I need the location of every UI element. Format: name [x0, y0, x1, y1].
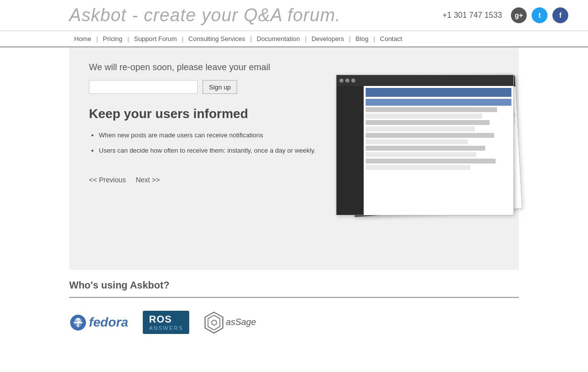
nav-home[interactable]: Home — [69, 35, 96, 42]
logo: Askbot - create your Q&A forum. — [69, 5, 341, 26]
fedora-text: fedora — [89, 315, 128, 330]
svg-text:⬡: ⬡ — [211, 319, 217, 327]
nav-consulting[interactable]: Consulting Services — [183, 35, 250, 42]
next-link[interactable]: Next >> — [136, 176, 160, 184]
ros-answers-text: ANSWERS — [149, 325, 183, 331]
logos-row: fedora ROS ANSWERS ⬡ asSage — [69, 306, 519, 339]
google-icon[interactable]: g+ — [511, 7, 527, 23]
nav-support[interactable]: Support Forum — [129, 35, 182, 42]
header: Askbot - create your Q&A forum. +1 301 7… — [0, 0, 588, 31]
nav-contact[interactable]: Contact — [375, 35, 407, 42]
phone-number: +1 301 747 1533 — [442, 11, 502, 20]
screenshot-stack — [336, 75, 524, 238]
nav-developers[interactable]: Developers — [306, 35, 349, 42]
assage-hex-icon: ⬡ — [204, 311, 224, 334]
assage-text: asSage — [226, 317, 256, 328]
ros-logo: ROS ANSWERS — [143, 311, 189, 334]
assage-logo: ⬡ asSage — [204, 311, 256, 334]
nav-pricing[interactable]: Pricing — [98, 35, 127, 42]
header-right: +1 301 747 1533 g+ t f — [442, 7, 568, 23]
who-border — [69, 297, 519, 298]
who-title: Who's using Askbot? — [69, 280, 519, 291]
bullet-item-1: When new posts are made users can receiv… — [99, 130, 326, 141]
who-section: Who's using Askbot? fedora ROS ANSWERS — [69, 270, 519, 344]
fedora-logo: fedora — [69, 314, 128, 331]
signup-button[interactable]: Sign up — [203, 80, 237, 94]
ros-top-text: ROS — [149, 314, 183, 325]
prev-link[interactable]: << Previous — [89, 176, 126, 184]
prev-next-nav: << Previous Next >> — [89, 176, 326, 184]
bullet-list: When new posts are made users can receiv… — [89, 130, 326, 156]
nav-blog[interactable]: Blog — [351, 35, 374, 42]
facebook-icon[interactable]: f — [552, 7, 568, 23]
right-panel — [336, 62, 524, 250]
email-input[interactable] — [89, 80, 198, 94]
main-content: We will re-open soon, please leave your … — [69, 47, 519, 270]
left-panel: We will re-open soon, please leave your … — [89, 62, 326, 250]
nav-docs[interactable]: Documentation — [252, 35, 305, 42]
screenshot-front — [336, 75, 514, 215]
twitter-icon[interactable]: t — [532, 7, 547, 23]
reopen-text: We will re-open soon, please leave your … — [89, 62, 326, 73]
fedora-icon — [69, 314, 87, 331]
email-row: Sign up — [89, 80, 326, 94]
keep-heading: Keep your users informed — [89, 106, 326, 122]
bullet-item-2: Users can decide how often to receive th… — [99, 146, 326, 156]
main-nav: Home | Pricing | Support Forum | Consult… — [0, 31, 588, 47]
